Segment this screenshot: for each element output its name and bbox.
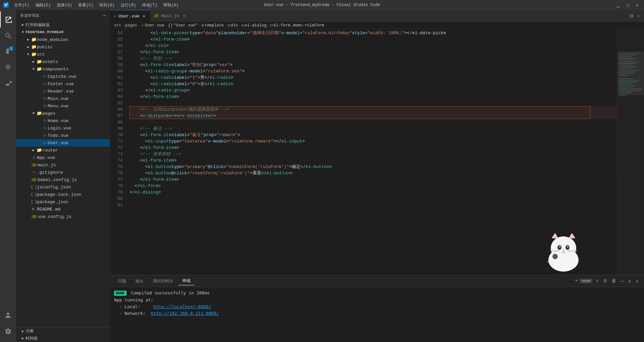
sidebar-item-footer-vue[interactable]: ⊹ Footer.vue [16,80,110,88]
maximize-button[interactable]: ☐ [624,2,631,9]
menu-goto[interactable]: 转到(G) [97,2,117,9]
activity-settings[interactable] [0,323,16,339]
sidebar-item-menu-vue[interactable]: ⊹ Menu.vue [16,102,110,110]
sidebar-item-assets[interactable]: ▶ 📁 assets [16,58,110,65]
close-button[interactable]: ✕ [634,2,641,9]
terminal-tab-problems[interactable]: 问题 [114,277,130,285]
sidebar-item-pages[interactable]: ▼ 📁 pages [16,110,110,117]
network-url[interactable]: http://192.168.0.111:8888/ [151,311,219,316]
sidebar-item-gitignore[interactable]: ⊙ .gitignore [16,169,110,176]
line-numbers: 54 55 56 57 58 59 60 61 62 63 64 65 66 6… [110,29,127,275]
breadcrumb-template-icon[interactable]: ◎ [201,23,204,28]
terminal-node-label: + [575,279,578,283]
menu-bar[interactable]: 文件(F) 编辑(E) 选择(S) 查看(V) 转到(G) 运行(R) 终端(T… [11,2,181,9]
window-controls[interactable]: ⎯ ☐ ✕ [615,2,641,9]
more-actions-button[interactable]: ⋯ [636,12,641,19]
terminal-split-button[interactable]: ⧉ [602,278,608,284]
sidebar-item-main-vue[interactable]: ⊹ Main.vue [16,95,110,102]
sidebar-item-home-vue[interactable]: ⊹ Home.vue [16,117,110,124]
folder-icon: 📁 [31,44,37,50]
sidebar-item-vue-config[interactable]: JS vue.config.js [16,213,110,220]
activity-explorer[interactable] [0,11,16,27]
minimize-button[interactable]: ⎯ [615,2,622,8]
activity-account[interactable] [0,307,16,323]
sidebar-item-todo-vue[interactable]: ⊹ Todo.vue [16,132,110,139]
split-editor-button[interactable]: ⧉ [629,13,635,19]
sidebar-item-app-vue[interactable]: ⊹ App.vue [16,154,110,161]
sidebar-item-src[interactable]: ▼ 📁 src [16,51,110,58]
sidebar-item-captcha-vue[interactable]: ⊹ Captcha.vue [16,73,110,80]
menu-file[interactable]: 文件(F) [11,2,32,9]
tab-user-vue[interactable]: ⊹ User.vue ✕ [110,10,150,22]
activity-debug[interactable] [0,60,16,76]
sidebar-item-header-vue[interactable]: ⊹ Header.vue [16,88,110,95]
menu-edit[interactable]: 编辑(E) [33,2,54,9]
menu-help[interactable]: 帮助(H) [161,2,181,9]
outline-section-header[interactable]: ▶ 大纲 [16,327,110,335]
terminal-panel: 问题 输出 调试控制台 终端 + node + ⧉ 🗑 ⋯ [110,275,644,342]
breadcrumb-scope-icon[interactable]: {} [168,23,173,28]
breadcrumb-scope-name[interactable]: "User.vue" [173,23,198,28]
code-line-55: </el-form-item> [129,36,617,43]
open-editors-header[interactable]: ▶ 打开的编辑器 [16,21,110,28]
sidebar-title: 资源管理器 [20,13,40,18]
local-url[interactable]: http://localhost:8888/ [153,304,211,309]
terminal-add-button[interactable]: + [594,278,600,284]
tab-main-js[interactable]: JS main.js ✕ [150,10,191,22]
git-icon: ⊙ [31,170,37,174]
breadcrumb-user-vue[interactable]: User.vue [145,23,164,28]
breadcrumb-div[interactable]: div [231,23,238,28]
sidebar-item-components[interactable]: ▼ 📁 components [16,65,110,73]
activity-extensions[interactable] [0,76,16,92]
breadcrumb-template[interactable]: template [205,23,224,28]
breadcrumb-pages[interactable]: pages [125,23,137,28]
breadcrumb-vue-icon[interactable]: ⊹ [141,23,144,28]
sidebar-item-login-vue[interactable]: ⊹ Login.vue [16,124,110,132]
tab-user-vue-label: User.vue [118,14,139,19]
breadcrumb-div-icon[interactable]: ◻ [228,23,230,28]
menu-view[interactable]: 查看(V) [75,2,96,9]
sidebar-item-user-vue[interactable]: ⊹ User.vue [16,139,110,147]
sidebar-item-package[interactable]: { } package.json [16,198,110,206]
sidebar-item-package-lock[interactable]: { } package-lock.json [16,191,110,198]
terminal-tab-debug[interactable]: 调试控制台 [149,277,177,285]
terminal-close-button[interactable]: ✕ [635,278,640,285]
code-line-63: </el-radio-group> [129,87,617,94]
sidebar-item-public[interactable]: ▶ 📁 public [16,43,110,51]
terminal-content[interactable]: DONE Compiled successfully in 206ms App … [110,287,644,342]
editor-content[interactable]: 54 55 56 57 58 59 60 61 62 63 64 65 66 6… [110,29,617,275]
menu-run[interactable]: 运行(R) [118,2,139,9]
menu-terminal[interactable]: 终端(T) [140,2,160,9]
breadcrumb-eldialog-icon[interactable]: ◻ [242,23,244,28]
breadcrumb-elform[interactable]: el-form.demo-ruleForm [273,23,324,28]
sidebar-new-file-icon[interactable]: ⋯ [103,13,106,18]
sidebar-item-babel[interactable]: JS babel.config.js [16,176,110,183]
timeline-section-header[interactable]: ▶ 时间线 [16,335,110,342]
code-line-74: <el-form-item> [129,157,617,164]
tab-user-vue-close[interactable]: ✕ [141,13,147,19]
sidebar-item-router[interactable]: ▶ 📁 router [16,147,110,154]
terminal-more-button[interactable]: ⋯ [620,278,625,285]
terminal-node-badge[interactable]: node [580,279,592,283]
breadcrumb-src[interactable]: src [114,23,121,28]
sidebar-item-main-js[interactable]: JS main.js [16,161,110,169]
sidebar-item-node-modules[interactable]: ▶ 📁 node_modules [16,36,110,43]
breadcrumb-elform-icon[interactable]: ◻ [270,23,273,28]
terminal-chevron-up-button[interactable]: ∧ [627,278,632,285]
tree-root-folder[interactable]: ▼ FRONTEND_MYDREAM [16,28,110,36]
folder-icon: 📁 [31,52,37,57]
tab-main-js-close[interactable]: ✕ [181,13,187,19]
json-icon: { } [31,193,37,196]
sidebar-item-jsconfig[interactable]: { } jsconfig.json [16,183,110,191]
breadcrumb-eldialog[interactable]: el-dialog [245,23,267,28]
activity-source-control[interactable]: 1 [0,44,16,60]
sidebar-item-readme[interactable]: M↓ README.md [16,206,110,213]
activity-search[interactable] [0,27,16,44]
menu-select[interactable]: 选择(S) [54,2,75,9]
terminal-tab-output[interactable]: 输出 [131,277,148,285]
terminal-trash-button[interactable]: 🗑 [610,278,618,284]
terminal-tab-terminal[interactable]: 终端 [178,277,195,285]
sidebar-header-actions[interactable]: ⋯ [103,13,106,18]
compiled-message: Compiled successfully in 206ms [131,290,210,295]
code-line-70: <el-form-item label="备注" prop="remark"> [129,132,617,138]
